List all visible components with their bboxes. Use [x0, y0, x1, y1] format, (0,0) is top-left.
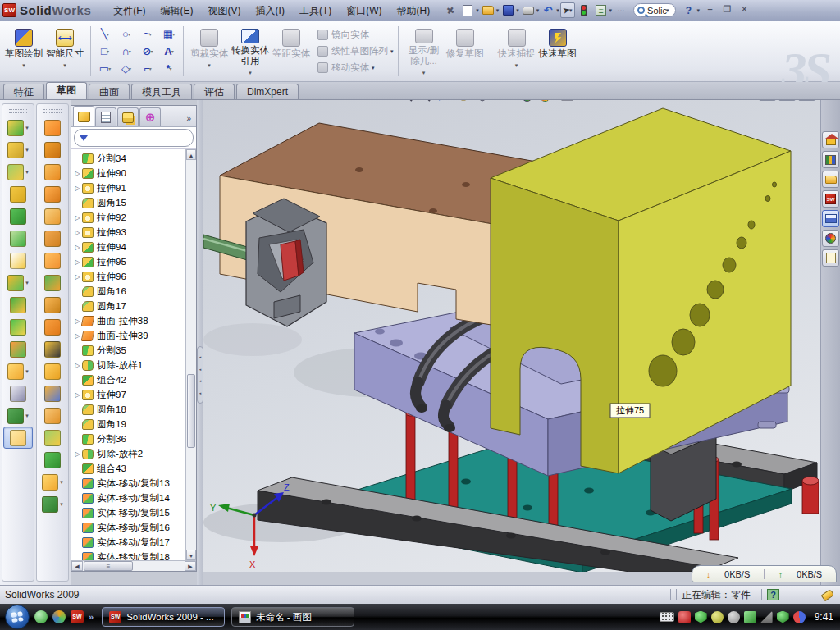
quicklaunch-media-icon[interactable]	[52, 610, 66, 623]
quicklaunch-messenger-icon[interactable]	[34, 610, 48, 623]
doc-restore-button[interactable]: ❐	[778, 100, 796, 101]
hide-show-items-icon[interactable]	[497, 100, 513, 103]
search-input[interactable]: Solic	[647, 6, 667, 16]
convert-entities-button[interactable]: 转换实体引用▾	[230, 25, 271, 79]
model-canvas[interactable]: Y Z X 拉伸75	[203, 100, 820, 572]
file-explorer-icon[interactable]	[822, 171, 839, 188]
tab-propertymanager[interactable]	[95, 107, 116, 126]
tab-evaluate[interactable]: 评估	[194, 84, 235, 99]
overflow-tools[interactable]: ⋯	[613, 3, 629, 18]
tree-item[interactable]: 切除-放样2	[71, 446, 185, 461]
expand-arrow[interactable]	[73, 258, 82, 266]
print-dropdown[interactable]: ▾	[536, 7, 540, 14]
menu-item[interactable]: 编辑(E)	[153, 0, 201, 21]
sketch-entity-button[interactable]: ⌐▾	[137, 60, 158, 77]
tab-mold-tools[interactable]: 模具工具	[131, 84, 192, 99]
shell[interactable]: ▾	[3, 205, 33, 227]
minimize-button[interactable]: –	[703, 4, 717, 16]
menu-item[interactable]: 视图(V)	[201, 0, 249, 21]
new-file-dropdown[interactable]: ▾	[476, 7, 479, 14]
options-button[interactable]: ☰	[593, 3, 609, 18]
tree-item[interactable]: 实体-移动/复制15	[71, 505, 185, 520]
input-method-icon[interactable]	[660, 612, 674, 622]
save-dropdown[interactable]: ▾	[516, 7, 519, 14]
tree-item[interactable]: 拉伸92	[71, 210, 185, 225]
rapid-sketch-button[interactable]: 快速草图	[537, 25, 578, 79]
surface-fillet[interactable]: ▾	[38, 449, 67, 471]
tree-item[interactable]: 圆角16	[71, 284, 185, 299]
menu-item[interactable]: 插入(I)	[249, 0, 292, 21]
view-palette-icon[interactable]	[822, 210, 839, 227]
expand-arrow[interactable]	[73, 170, 82, 177]
repair-sketch-button[interactable]: 修复草图	[445, 25, 486, 79]
quick-snaps-button[interactable]: 快速捕捉▾	[496, 25, 537, 79]
expand-arrow[interactable]	[73, 185, 82, 192]
sketch-button[interactable]: 草图绘制▾	[3, 25, 44, 79]
tree-item[interactable]: 分割36	[71, 431, 185, 446]
new-file-button[interactable]	[459, 3, 476, 18]
sketch-entity-button[interactable]: ~▾	[137, 25, 158, 43]
tab-dimxpert[interactable]: DimXpert	[236, 84, 299, 99]
print-button[interactable]	[520, 3, 536, 18]
instant3d[interactable]: ▾	[3, 427, 33, 449]
fillet[interactable]: ▾	[3, 161, 33, 183]
solidworks-toolbox-icon[interactable]: SW	[822, 190, 839, 208]
view-settings-icon[interactable]	[559, 100, 575, 103]
tree-item[interactable]: 圆角19	[71, 417, 185, 431]
panel-tabs-overflow[interactable]: »	[183, 114, 194, 126]
expand-arrow[interactable]	[73, 391, 82, 399]
menu-item[interactable]: 帮助(H)	[390, 0, 438, 21]
edit-appearance-icon[interactable]	[519, 100, 535, 103]
vertical-scroll-thumb[interactable]	[187, 374, 195, 448]
sketch-entity-button[interactable]: ▭▾	[94, 60, 116, 77]
tray-antivirus-shield-icon[interactable]	[695, 611, 707, 623]
save-button[interactable]	[500, 3, 516, 18]
scroll-left-arrow[interactable]: ◀	[71, 561, 83, 571]
tree-item[interactable]: 实体-移动/复制16	[71, 520, 185, 535]
offset-surface[interactable]: ▾	[38, 227, 67, 249]
move-entities-button[interactable]: 移动实体▾	[317, 61, 394, 75]
tab-surfaces[interactable]: 曲面	[89, 84, 130, 99]
tree-item[interactable]: 拉伸97	[71, 387, 185, 402]
sketch-entity-button[interactable]: ╲▾	[94, 25, 116, 43]
zoom-to-fit-icon[interactable]	[399, 100, 414, 103]
curves[interactable]: ▾	[38, 493, 67, 515]
tree-filter-box[interactable]	[74, 129, 194, 147]
tree-item[interactable]: 实体-移动/复制18	[71, 550, 185, 560]
open-file-button[interactable]	[480, 3, 496, 18]
menu-item[interactable]: 窗口(W)	[339, 0, 389, 21]
select-tool[interactable]: ➤▾	[560, 2, 575, 18]
tree-item[interactable]: 拉伸90	[71, 166, 185, 180]
tree-item[interactable]: 拉伸96	[71, 269, 185, 284]
design-library-icon[interactable]	[822, 151, 839, 168]
expand-arrow[interactable]	[73, 273, 82, 281]
tab-featuremanager-tree[interactable]	[73, 106, 94, 126]
taskbar-button-solidworks[interactable]: SW SolidWorks 2009 - ...	[102, 607, 225, 627]
sketch-entity-button[interactable]: ∩▾	[116, 43, 137, 60]
extruded-cut[interactable]: ▾	[3, 139, 33, 161]
tray-defender-icon[interactable]	[777, 611, 789, 623]
taskbar-button-paint[interactable]: 未命名 - 画图	[231, 607, 354, 627]
tree-item[interactable]: 圆角15	[71, 195, 185, 210]
tree-item[interactable]: 分割34	[71, 151, 185, 166]
section-view-icon[interactable]	[435, 100, 450, 103]
search-box[interactable]: Solic ▾	[633, 3, 676, 17]
start-button[interactable]	[5, 605, 30, 629]
tray-update-icon[interactable]	[711, 611, 724, 623]
tree-item[interactable]: 实体-移动/复制13	[71, 476, 185, 491]
quick-tips-icon[interactable]: ?	[767, 589, 779, 600]
expand-arrow[interactable]	[73, 214, 82, 221]
undo-button[interactable]: ↶	[540, 3, 556, 18]
thicken-surface[interactable]: ▾	[38, 294, 67, 316]
reference-plane[interactable]: ▾	[3, 360, 33, 382]
replace-face[interactable]: ▾	[38, 360, 67, 382]
options-dropdown[interactable]: ▾	[609, 7, 613, 14]
tree-item[interactable]: 实体-移动/复制14	[71, 491, 185, 505]
zoom-to-area-icon[interactable]	[417, 100, 432, 103]
tray-security-alert-icon[interactable]	[678, 611, 691, 623]
restore-button[interactable]: ❐	[720, 4, 734, 16]
display-style-icon[interactable]	[475, 100, 491, 103]
expand-arrow[interactable]	[73, 450, 82, 458]
sketch-entity-button[interactable]: A▾	[158, 43, 180, 60]
delete-face[interactable]: ▾	[38, 338, 67, 360]
